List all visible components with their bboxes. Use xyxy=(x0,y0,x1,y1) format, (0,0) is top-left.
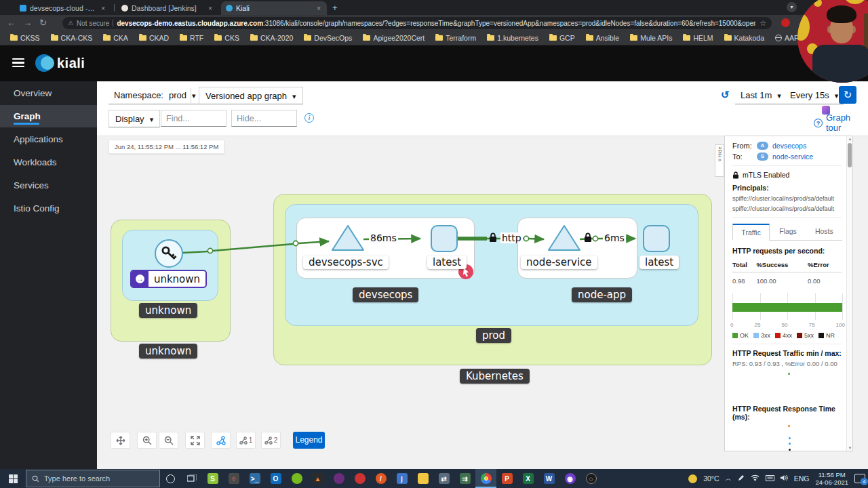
bookmark-item[interactable]: Mule APIs xyxy=(625,34,677,42)
pen-icon[interactable] xyxy=(738,474,745,483)
sidebar-item-applications[interactable]: Applications xyxy=(0,128,97,150)
wifi-icon[interactable] xyxy=(751,474,760,483)
tab-jenkins[interactable]: Dashboard [Jenkins] × xyxy=(117,1,218,15)
keyboard-icon[interactable] xyxy=(766,474,774,483)
red-pen-app-icon[interactable]: / xyxy=(370,469,391,488)
cortana-icon[interactable] xyxy=(160,469,181,488)
file-explorer-icon[interactable] xyxy=(412,469,433,488)
scroll-down-icon[interactable]: ▼ xyxy=(847,446,853,450)
bookmark-item[interactable]: Katakoda xyxy=(719,34,769,42)
bookmark-item[interactable]: 1.kubernetes xyxy=(482,34,543,42)
sidebar-item-services[interactable]: Services xyxy=(0,174,97,197)
node-label-latest[interactable]: latest xyxy=(427,256,467,269)
tab-search-chevron-icon[interactable]: ▾ xyxy=(787,2,797,12)
refresh-interval-value: Every 15s xyxy=(790,90,829,100)
scrollbar-thumb[interactable] xyxy=(848,143,852,167)
node-label-node-service[interactable]: node-service xyxy=(521,256,597,269)
display-dropdown[interactable]: Display xyxy=(108,110,160,127)
purple-app-icon[interactable] xyxy=(328,469,349,488)
bookmark-item[interactable]: Ansible xyxy=(581,34,624,42)
namespace-select[interactable]: Namespace: prod xyxy=(108,87,201,104)
chrome-icon[interactable] xyxy=(475,469,496,488)
volume-icon[interactable] xyxy=(781,474,788,483)
bookmark-item[interactable]: Terraform xyxy=(431,34,481,42)
action-center-icon[interactable]: 4 xyxy=(854,474,865,483)
outlook-icon[interactable]: O xyxy=(265,469,286,488)
to-link[interactable]: node-service xyxy=(772,152,813,161)
back-icon[interactable]: ← xyxy=(7,17,16,28)
tab-azure[interactable]: devsecops-cloud - Microsoft Az × xyxy=(15,1,111,15)
tab-kiali[interactable]: Kiali × xyxy=(221,1,327,15)
snagit-icon[interactable]: S xyxy=(202,469,223,488)
bookmark-item[interactable]: HELM xyxy=(678,34,717,42)
tab-traffic[interactable]: Traffic xyxy=(732,224,770,241)
powershell-icon[interactable]: >_ xyxy=(244,469,265,488)
find-input[interactable] xyxy=(161,110,226,127)
language-indicator[interactable]: ENG xyxy=(794,474,810,483)
taskbar-search[interactable]: Type here to search xyxy=(26,470,160,487)
tab-hosts[interactable]: Hosts xyxy=(806,224,842,240)
graph-tour-link[interactable]: ? Graph tour xyxy=(814,113,868,133)
bookmark-item[interactable]: GCP xyxy=(545,34,580,42)
tab-close-icon[interactable]: × xyxy=(207,5,214,12)
forward-icon[interactable]: → xyxy=(23,17,32,28)
tab-close-icon[interactable]: × xyxy=(100,5,106,12)
tab-close-icon[interactable]: × xyxy=(315,5,322,12)
address-bar[interactable]: ⚠ Not secure devsecops-demo.eastus.cloud… xyxy=(62,17,772,29)
time-range-select[interactable]: Last 1m xyxy=(735,87,787,104)
unknown-versioned-app-badge[interactable]: → unknown xyxy=(130,270,207,288)
info-icon[interactable]: i xyxy=(304,113,314,123)
reload-icon[interactable]: ↻ xyxy=(39,17,47,28)
bookmark-item[interactable]: Apigee2020Cert xyxy=(358,34,429,42)
weather-icon[interactable] xyxy=(688,474,697,483)
taskbar-clock[interactable]: 11:56 PM 24-06-2021 xyxy=(815,471,848,486)
task-view-icon[interactable] xyxy=(181,469,202,488)
bookmark-star-icon[interactable]: ☆ xyxy=(760,19,766,28)
panel-collapse-tab[interactable]: Hide » xyxy=(715,144,724,177)
graph-type-select[interactable]: Versioned app graph xyxy=(199,87,303,104)
from-link[interactable]: devsecops xyxy=(772,142,806,150)
node-label-latest[interactable]: latest xyxy=(639,256,679,269)
blue-app-icon[interactable]: j xyxy=(391,469,412,488)
remote-app-icon[interactable]: ⁘ xyxy=(223,469,244,488)
github-desktop-icon[interactable]: ◉ xyxy=(559,469,580,488)
tray-chevron-up-icon[interactable]: ︿ xyxy=(726,474,732,483)
folder-icon xyxy=(103,35,111,41)
user-avatar[interactable] xyxy=(822,106,830,115)
temperature[interactable]: 30°C xyxy=(703,474,719,483)
new-tab-button[interactable]: + xyxy=(332,3,338,13)
spring-tools-icon[interactable] xyxy=(286,469,307,488)
kiali-favicon xyxy=(226,5,233,12)
refresh-button[interactable]: ↻ xyxy=(839,86,856,104)
bookmark-item[interactable]: CKSS xyxy=(5,34,45,42)
extension-icon[interactable] xyxy=(781,18,790,27)
powerpoint-icon[interactable]: P xyxy=(496,469,517,488)
node-label-devsecops-svc[interactable]: devsecops-svc xyxy=(303,256,389,269)
flame-app-icon[interactable]: ▲ xyxy=(307,469,328,488)
bookmark-item[interactable]: CKA-2020 xyxy=(245,34,298,42)
replay-icon[interactable]: ↺ xyxy=(721,89,730,101)
scroll-up-icon[interactable]: ▲ xyxy=(847,137,853,141)
excel-icon[interactable]: X xyxy=(517,469,538,488)
refresh-interval-select[interactable]: Every 15s xyxy=(785,87,844,104)
panel-scrollbar[interactable]: ▲ ▼ xyxy=(846,136,852,451)
bookmark-item[interactable]: RTF xyxy=(175,34,208,42)
hamburger-menu-icon[interactable] xyxy=(12,58,24,68)
start-button[interactable] xyxy=(0,469,26,488)
sidebar-item-overview[interactable]: Overview xyxy=(0,82,97,104)
word-icon[interactable]: W xyxy=(538,469,559,488)
sidebar-item-workloads[interactable]: Workloads xyxy=(0,151,97,174)
obs-icon[interactable]: ◌ xyxy=(580,469,601,488)
bookmark-item[interactable]: CKA-CKS xyxy=(46,34,98,42)
bookmark-item[interactable]: CKS xyxy=(210,34,244,42)
tab-flags[interactable]: Flags xyxy=(770,224,806,240)
bookmark-item[interactable]: DevSecOps xyxy=(299,34,357,42)
bookmark-item[interactable]: CKAD xyxy=(134,34,174,42)
hide-input[interactable] xyxy=(231,110,297,127)
remote-desktop-icon[interactable]: ⇄ xyxy=(433,469,454,488)
sidebar-item-graph[interactable]: Graph xyxy=(0,105,97,127)
sidebar-item-istio-config[interactable]: Istio Config xyxy=(0,197,97,220)
remote-desktop-key-icon[interactable]: ⇉ xyxy=(454,469,475,488)
red-app-icon[interactable] xyxy=(349,469,370,488)
bookmark-item[interactable]: CKA xyxy=(98,34,133,42)
